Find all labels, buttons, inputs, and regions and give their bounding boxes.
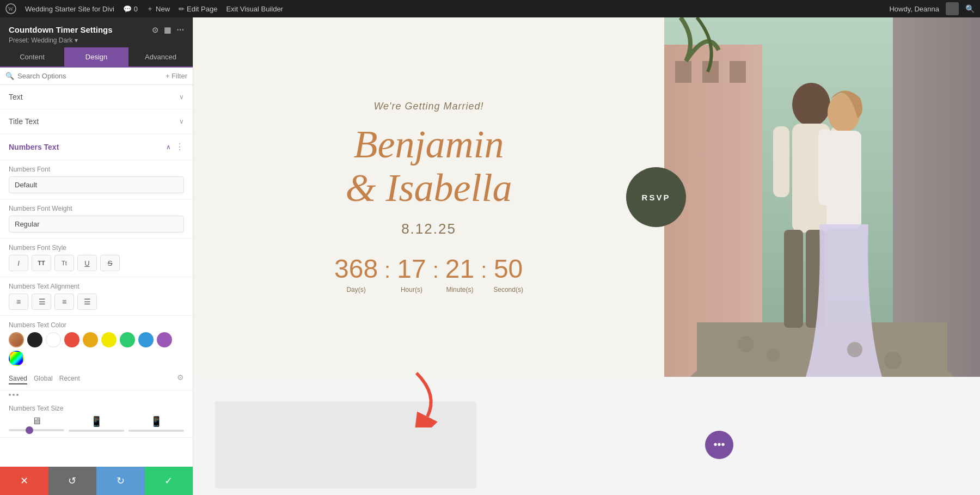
more-options-dots[interactable] — [9, 394, 19, 396]
desktop-icon: 🖥 — [32, 415, 41, 427]
plus-icon: ＋ — [146, 4, 154, 14]
title-text-chevron-icon: ∨ — [179, 118, 184, 125]
cancel-button[interactable]: ✕ — [0, 467, 48, 495]
numbers-color-group: Numbers Text Color — [0, 316, 193, 390]
numbers-color-label: Numbers Text Color — [9, 321, 184, 329]
comment-item[interactable]: 💬 0 — [123, 5, 138, 13]
size-mobile-block: 📱 — [128, 415, 184, 432]
new-item[interactable]: ＋ New — [146, 4, 170, 14]
search-icon[interactable]: 🔍 — [965, 4, 975, 13]
wedding-photo-panel — [664, 17, 980, 377]
color-swatch-brown[interactable] — [9, 332, 24, 347]
text-chevron-icon: ∨ — [179, 93, 184, 101]
svg-rect-14 — [773, 126, 789, 197]
purple-fab-button[interactable]: ••• — [705, 431, 733, 459]
mobile-icon: 📱 — [150, 415, 162, 427]
redo-button[interactable]: ↻ — [96, 467, 145, 495]
numbers-weight-select[interactable]: Regular — [9, 216, 184, 233]
panel-layout-icon[interactable]: ▦ — [164, 26, 171, 34]
size-slider-desktop[interactable] — [9, 429, 64, 431]
numbers-size-label: Numbers Text Size — [9, 405, 184, 412]
numbers-text-more-icon[interactable]: ⋮ — [175, 142, 184, 152]
numbers-text-chevron-icon[interactable]: ∧ — [166, 143, 171, 151]
undo-button[interactable]: ↺ — [48, 467, 97, 495]
color-swatches-row — [9, 332, 184, 366]
rsvp-circle[interactable]: RSVP — [626, 167, 686, 227]
color-swatch-purple[interactable] — [157, 332, 172, 347]
size-slider-tablet[interactable] — [69, 430, 124, 432]
size-slider-thumb-desktop[interactable] — [26, 426, 33, 434]
new-label: New — [156, 5, 170, 13]
style-italic-button[interactable]: I — [9, 255, 28, 271]
more-dots-row — [0, 390, 193, 399]
comment-count: 0 — [134, 5, 138, 13]
rsvp-label: RSVP — [642, 193, 671, 202]
wp-logo-item[interactable]: W — [5, 3, 16, 14]
color-swatch-yellow[interactable] — [101, 332, 117, 347]
align-right-button[interactable]: ≡ — [54, 294, 74, 310]
svg-point-21 — [847, 342, 862, 357]
style-underline-button[interactable]: U — [77, 255, 97, 271]
align-center-button[interactable]: ☰ — [32, 294, 51, 310]
align-row: ≡ ☰ ≡ ☰ — [9, 294, 184, 310]
countdown-row: 368 Day(s) : 17 Hour(s) : 21 Minute(s) — [334, 254, 523, 294]
search-bar: 🔍 + Filter — [0, 68, 193, 85]
color-swatch-orange[interactable] — [83, 332, 98, 347]
align-justify-button[interactable]: ☰ — [77, 294, 97, 310]
tab-design[interactable]: Design — [64, 47, 128, 66]
numbers-font-label: Numbers Font — [9, 166, 184, 173]
text-section-row[interactable]: Text ∨ — [0, 85, 193, 109]
filter-button[interactable]: + Filter — [166, 72, 187, 80]
color-swatch-red[interactable] — [64, 332, 79, 347]
tab-bar: Content Design Advanced — [0, 47, 193, 68]
save-button[interactable]: ✓ — [145, 467, 193, 495]
bottom-action-bar: ✕ ↺ ↻ ✓ — [0, 467, 193, 495]
edit-page-item[interactable]: ✏ Edit Page — [179, 5, 217, 13]
wedding-date: 8.12.25 — [401, 221, 456, 237]
panel-settings-icon[interactable]: ⊙ — [152, 26, 158, 34]
size-slider-mobile[interactable] — [128, 430, 184, 432]
title-text-section-row[interactable]: Title Text ∨ — [0, 109, 193, 134]
panel-preset[interactable]: Preset: Wedding Dark ▾ — [9, 36, 184, 44]
color-swatch-black[interactable] — [27, 332, 42, 347]
color-swatch-gradient[interactable] — [9, 351, 24, 366]
color-swatch-green[interactable] — [120, 332, 135, 347]
site-name-item[interactable]: Wedding Starter Site for Divi — [25, 5, 114, 13]
color-tabs-row: Saved Global Recent — [9, 375, 80, 384]
style-strikethrough-button[interactable]: S — [100, 255, 120, 271]
countdown-minutes-label: Minute(s) — [446, 286, 473, 294]
numbers-size-group: Numbers Text Size 🖥 📱 — [0, 399, 193, 438]
numbers-style-group: Numbers Font Style I TT Tt U S — [0, 239, 193, 277]
svg-point-20 — [767, 349, 780, 362]
search-icon: 🔍 — [5, 72, 14, 80]
svg-text:W: W — [8, 6, 14, 12]
numbers-text-header: Numbers Text ∧ ⋮ — [0, 134, 193, 160]
countdown-days-num: 368 — [334, 254, 378, 284]
panel-more-icon[interactable]: ⋯ — [176, 26, 184, 34]
comment-bubble-icon: 💬 — [123, 5, 132, 13]
tab-content[interactable]: Content — [0, 47, 64, 66]
style-tt-mixed-button[interactable]: Tt — [54, 255, 74, 271]
style-tt-button[interactable]: TT — [32, 255, 51, 271]
undo-icon: ↺ — [68, 475, 76, 487]
color-tab-saved[interactable]: Saved — [9, 375, 27, 384]
align-left-button[interactable]: ≡ — [9, 294, 28, 310]
exit-builder-item[interactable]: Exit Visual Builder — [226, 5, 283, 13]
color-swatch-white[interactable] — [46, 332, 61, 347]
color-tab-global[interactable]: Global — [34, 375, 53, 384]
numbers-alignment-group: Numbers Text Alignment ≡ ☰ ≡ ☰ — [0, 277, 193, 316]
countdown-seconds: 50 Second(s) — [493, 254, 523, 294]
site-name-label: Wedding Starter Site for Divi — [25, 5, 114, 13]
search-input[interactable] — [17, 72, 162, 80]
page-content: We're Getting Married! Benjamin& Isabell… — [193, 17, 980, 495]
color-settings-icon[interactable]: ⚙ — [177, 373, 184, 382]
color-swatch-blue[interactable] — [138, 332, 154, 347]
tab-advanced[interactable]: Advanced — [128, 47, 193, 66]
svg-rect-18 — [818, 129, 832, 205]
color-tab-recent[interactable]: Recent — [59, 375, 80, 384]
numbers-font-select[interactable]: Default — [9, 176, 184, 193]
numbers-style-label: Numbers Font Style — [9, 244, 184, 252]
title-text-section-label: Title Text — [9, 117, 39, 126]
size-row: 🖥 📱 📱 — [9, 415, 184, 432]
avatar — [946, 2, 959, 15]
